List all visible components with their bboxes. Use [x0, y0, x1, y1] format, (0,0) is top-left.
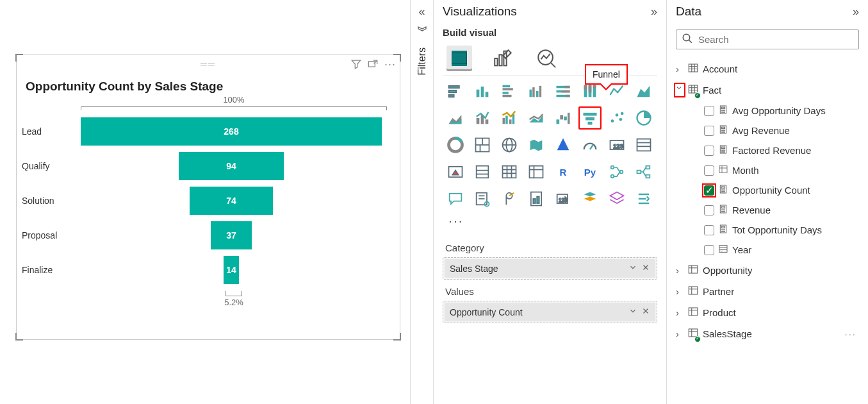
clustered-column-chart-icon[interactable]	[525, 80, 548, 103]
field-avg_revenue[interactable]: Avg Revenue	[676, 121, 859, 140]
fields-search[interactable]	[676, 29, 859, 49]
azure-map-icon[interactable]	[552, 133, 575, 156]
funnel-row[interactable]: Finalize14	[17, 253, 387, 287]
field-checkbox[interactable]	[704, 225, 714, 235]
collapse-data-icon[interactable]: »	[853, 5, 859, 19]
line-clustered-column-icon[interactable]	[498, 106, 521, 130]
table-salesstage[interactable]: › SalesStage ···	[676, 323, 859, 344]
decomposition-tree-icon[interactable]	[632, 160, 655, 183]
clustered-bar-chart-icon[interactable]	[498, 80, 521, 103]
paginated-report-icon[interactable]	[525, 187, 548, 210]
scatter-chart-icon[interactable]	[605, 106, 628, 130]
python-visual-icon[interactable]: Py	[578, 160, 602, 183]
qa-visual-icon[interactable]	[444, 187, 467, 210]
stacked-bar-chart-icon[interactable]	[444, 80, 467, 103]
field-factored_revenue[interactable]: Factored Revenue	[676, 140, 859, 160]
kpi-icon[interactable]	[444, 160, 467, 183]
funnel-row[interactable]: Qualify94	[17, 149, 387, 183]
get-more-visuals-icon[interactable]	[632, 187, 655, 210]
card-icon[interactable]: 123	[605, 133, 628, 156]
field-checkbox[interactable]: ✓	[704, 185, 714, 196]
chevron-down-icon[interactable]	[628, 263, 637, 274]
line-stacked-column-icon[interactable]	[471, 106, 494, 130]
focus-mode-icon[interactable]	[366, 58, 379, 72]
drag-handle-icon[interactable]: ══	[201, 59, 216, 69]
matrix-icon[interactable]	[525, 160, 548, 183]
fields-search-input[interactable]	[697, 33, 853, 46]
funnel-bottom-rule	[225, 291, 242, 296]
goals-icon[interactable]	[498, 187, 521, 210]
table-fact[interactable]: › Fact	[676, 80, 859, 101]
salesstage-more[interactable]: ···	[844, 328, 859, 339]
gauge-icon[interactable]	[578, 133, 602, 156]
visual-more-options[interactable]: ···	[383, 58, 397, 72]
waterfall-chart-icon[interactable]	[552, 106, 575, 130]
treemap-icon[interactable]	[471, 133, 494, 156]
funnel-row[interactable]: Proposal37	[17, 218, 387, 253]
chevron-down-icon[interactable]	[628, 307, 637, 317]
expand-filters-icon[interactable]: «	[418, 5, 425, 19]
selection-handle-tl[interactable]	[15, 54, 23, 62]
donut-chart-icon[interactable]	[444, 133, 467, 156]
funnel-bar[interactable]: 14	[224, 256, 240, 284]
ribbon-chart-icon[interactable]	[525, 106, 548, 130]
field-checkbox[interactable]	[704, 146, 714, 156]
funnel-row[interactable]: Lead268	[17, 114, 387, 149]
app-source-icon[interactable]	[605, 187, 628, 210]
remove-field-icon[interactable]	[641, 307, 650, 317]
power-apps-icon[interactable]: 123	[552, 187, 575, 210]
pie-chart-icon[interactable]	[632, 106, 655, 130]
table-visual-icon[interactable]	[498, 160, 521, 183]
hundred-percent-bar-chart-icon[interactable]	[552, 80, 575, 103]
funnel-bar[interactable]: 268	[81, 117, 382, 146]
category-well[interactable]: Sales Stage	[443, 257, 657, 280]
format-visual-tab[interactable]	[490, 46, 516, 71]
stacked-area-chart-icon[interactable]	[444, 106, 467, 130]
field-checkbox[interactable]	[704, 165, 714, 176]
filled-map-icon[interactable]	[525, 133, 548, 156]
funnel-bar[interactable]: 94	[179, 152, 284, 180]
field-checkbox[interactable]	[704, 245, 714, 255]
field-month[interactable]: Month	[676, 160, 859, 180]
area-chart-icon[interactable]	[632, 80, 655, 103]
funnel-bar[interactable]: 37	[211, 221, 252, 249]
slicer-icon[interactable]	[471, 160, 494, 183]
power-automate-icon[interactable]	[578, 187, 602, 210]
selection-handle-bl[interactable]	[15, 333, 23, 341]
table-account[interactable]: › Account	[676, 58, 859, 80]
field-checkbox[interactable]	[704, 106, 714, 116]
filter-icon[interactable]	[350, 58, 363, 72]
report-canvas[interactable]: ══ ··· Opportunity Count by Sales Stage …	[0, 0, 410, 404]
analytics-tab[interactable]	[534, 46, 559, 71]
build-visual-tab[interactable]	[446, 46, 472, 71]
values-well[interactable]: Opportunity Count	[443, 301, 657, 323]
field-year[interactable]: Year	[676, 240, 859, 260]
table-product[interactable]: › Product	[676, 302, 859, 323]
values-field-chip[interactable]: Opportunity Count	[445, 303, 655, 321]
gallery-more[interactable]: ···	[443, 213, 657, 236]
funnel-chart-icon[interactable]	[578, 106, 602, 130]
field-avg_opp_days[interactable]: Avg Opportunity Days	[676, 101, 859, 121]
field-tot_opp_days[interactable]: Tot Opportunity Days	[676, 220, 859, 240]
funnel-row[interactable]: Solution74	[17, 183, 387, 218]
table-opportunity[interactable]: › Opportunity	[676, 260, 859, 281]
field-checkbox[interactable]	[704, 126, 714, 136]
funnel-bar[interactable]: 74	[190, 187, 273, 215]
r-visual-icon[interactable]: R	[552, 160, 575, 183]
collapse-visualizations-icon[interactable]: »	[651, 5, 657, 19]
field-revenue[interactable]: Revenue	[676, 200, 859, 220]
key-influencers-icon[interactable]	[605, 160, 628, 183]
table-partner[interactable]: › Partner	[676, 281, 859, 302]
smart-narrative-icon[interactable]	[471, 187, 494, 210]
multi-row-card-icon[interactable]	[632, 133, 655, 156]
stacked-column-chart-icon[interactable]	[471, 80, 494, 103]
selection-handle-br[interactable]	[393, 333, 401, 341]
svg-rect-39	[512, 114, 515, 124]
funnel-visual[interactable]: ══ ··· Opportunity Count by Sales Stage …	[16, 55, 400, 340]
field-opportunity_count[interactable]: ✓Opportunity Count	[676, 180, 859, 200]
remove-field-icon[interactable]	[641, 263, 650, 274]
field-checkbox[interactable]	[704, 205, 714, 215]
filters-pane-collapsed[interactable]: « Filters	[410, 0, 433, 404]
map-icon[interactable]	[498, 133, 521, 156]
category-field-chip[interactable]: Sales Stage	[445, 259, 655, 278]
